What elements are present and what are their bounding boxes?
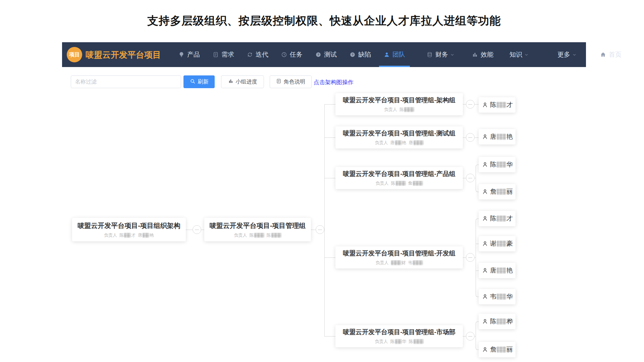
member-person-icon: [482, 241, 488, 247]
leader-name: 陈才: [119, 232, 136, 238]
nav-item-label: 测试: [324, 50, 337, 59]
org-node-leaders: 负责人陈詹: [376, 180, 423, 186]
blurred-name-segment: [497, 216, 506, 222]
org-member-card[interactable]: 陈才: [479, 211, 516, 226]
connector-line: [475, 137, 479, 138]
question-icon: ?: [315, 52, 321, 58]
nav-item-label: 知识: [509, 50, 522, 59]
chart-operation-link[interactable]: 点击架构图操作: [314, 78, 354, 86]
member-name: 韦华: [490, 292, 513, 301]
connector-line: [324, 336, 335, 337]
nav-item-team[interactable]: 团队: [384, 42, 405, 67]
org-member-card[interactable]: 陈才: [479, 97, 516, 113]
connector-line: [463, 104, 466, 105]
connector-corner: [476, 165, 479, 169]
org-node-title: 唛盟云开发平台项目-项目管理组-架构组: [343, 96, 455, 105]
collapse-toggle[interactable]: [466, 133, 475, 142]
org-member-card[interactable]: 陈桦: [479, 314, 516, 329]
logo-badge-label: 项目: [69, 51, 80, 58]
collapse-toggle[interactable]: [466, 174, 475, 182]
role-description-button[interactable]: 角色说明: [270, 75, 312, 88]
clock-icon: [281, 52, 287, 58]
nav-item-knowledge[interactable]: 知识: [509, 42, 529, 67]
navbar: 项目 唛盟云开发平台项目 产品需求迭代任务?测试?缺陷团队财务效能知识更多首页: [62, 42, 586, 67]
org-group-card-product[interactable]: 唛盟云开发平台项目-项目管理组-产品组负责人陈詹: [335, 167, 463, 189]
org-root-card[interactable]: 唛盟云开发平台项目-项目组织架构负责人陈才唐艳: [72, 218, 186, 241]
blurred-name-segment: [396, 181, 406, 186]
minus-icon: [318, 230, 322, 230]
nav-item-home[interactable]: 首页: [600, 42, 622, 67]
group-progress-button[interactable]: 小组进度: [221, 75, 264, 88]
collapse-toggle[interactable]: [466, 253, 475, 262]
blurred-name-segment: [143, 233, 149, 238]
org-member-card[interactable]: 唐艳: [479, 129, 516, 144]
nav-item-more[interactable]: 更多: [557, 42, 577, 67]
chevron-down-icon: [450, 53, 454, 57]
connector-corner: [476, 219, 479, 223]
name-filter-input[interactable]: [71, 75, 181, 88]
leader-name: 唐艳: [138, 232, 154, 238]
member-name: 陈桦: [490, 317, 513, 326]
app-logo[interactable]: 项目: [67, 47, 82, 62]
blurred-name-segment: [497, 267, 506, 274]
org-member-card[interactable]: 詹丽: [479, 342, 516, 357]
leader-name: 陈: [250, 232, 264, 238]
leader-name: 陈: [267, 232, 281, 238]
nav-item-test[interactable]: ?测试: [315, 42, 337, 67]
leader-prefix-label: 负责人: [376, 260, 389, 266]
org-node-leaders: 负责人陈陈: [234, 232, 281, 238]
nav-item-label: 财务: [435, 50, 448, 59]
member-name: 唐艳: [490, 266, 513, 275]
org-group-card-architecture[interactable]: 唛盟云开发平台项目-项目管理组-架构组负责人陈: [335, 93, 463, 115]
connector-corner: [476, 346, 479, 350]
refresh-button[interactable]: 刷新: [183, 75, 215, 88]
org-member-card[interactable]: 唐艳: [479, 263, 516, 278]
leader-name: 陈: [391, 180, 406, 186]
member-person-icon: [482, 102, 488, 108]
leader-name: 陈: [409, 339, 424, 345]
nav-item-label: 效能: [481, 50, 493, 59]
connector-line: [476, 169, 476, 188]
org-member-card[interactable]: 陈华: [479, 157, 516, 172]
connector-line: [476, 244, 479, 244]
connector-line: [324, 178, 335, 178]
connector-line: [463, 257, 466, 258]
connector-line: [476, 270, 479, 271]
org-member-card[interactable]: 谢豪: [479, 236, 516, 251]
connector-line: [324, 137, 335, 138]
collapse-toggle[interactable]: [193, 225, 201, 234]
connector-corner: [476, 188, 479, 192]
org-management-card[interactable]: 唛盟云开发平台项目-项目管理组负责人陈陈: [204, 218, 311, 241]
org-node-title: 唛盟云开发平台项目-项目管理组-产品组: [343, 170, 455, 178]
org-group-card-marketing[interactable]: 唛盟云开发平台项目-项目管理组-市场部负责人陈华陈: [335, 325, 463, 347]
brand-title[interactable]: 唛盟云开发平台项目: [86, 49, 161, 60]
leader-name: 唐艳: [390, 140, 407, 146]
doc-icon: [213, 52, 219, 58]
member-name: 詹丽: [490, 345, 513, 354]
org-group-card-development[interactable]: 唛盟云开发平台项目-项目管理组-开发组负责人财韦: [335, 246, 463, 268]
nav-item-performance[interactable]: 效能: [472, 42, 493, 67]
leader-name: 韦: [408, 260, 423, 266]
nav-item-finance[interactable]: 财务: [427, 42, 454, 67]
nav-item-task[interactable]: 任务: [281, 42, 303, 67]
minus-icon: [468, 137, 472, 138]
member-person-icon: [482, 347, 488, 353]
org-node-leaders: 负责人唐艳唐: [375, 140, 424, 146]
org-node-title: 唛盟云开发平台项目-项目管理组-测试组: [343, 129, 455, 138]
org-member-card[interactable]: 詹丽: [479, 184, 516, 199]
collapse-toggle[interactable]: [316, 225, 324, 234]
nav-item-requirement[interactable]: 需求: [213, 42, 234, 67]
org-member-card[interactable]: 韦华: [479, 289, 516, 304]
member-name: 唐艳: [490, 132, 513, 141]
nav-item-label: 更多: [557, 50, 570, 59]
member-name: 詹丽: [490, 187, 513, 196]
nav-item-iteration[interactable]: 迭代: [247, 42, 268, 67]
org-group-card-testing[interactable]: 唛盟云开发平台项目-项目管理组-测试组负责人唐艳唐: [335, 126, 463, 148]
blurred-name-segment: [414, 140, 424, 145]
nav-item-defect[interactable]: ?缺陷: [350, 42, 371, 67]
org-node-leaders: 负责人陈: [384, 107, 414, 113]
nav-item-product[interactable]: 产品: [178, 42, 200, 67]
collapse-toggle[interactable]: [466, 100, 475, 109]
member-person-icon: [482, 294, 488, 300]
collapse-toggle[interactable]: [466, 332, 475, 341]
